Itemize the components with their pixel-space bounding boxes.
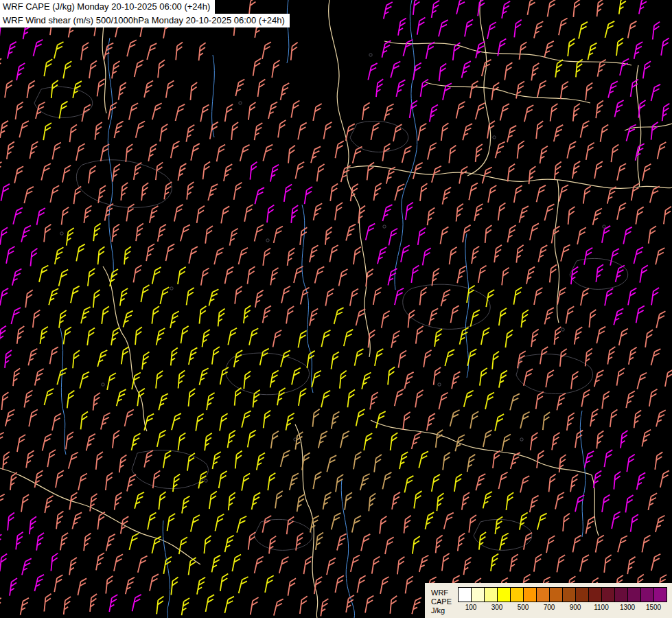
legend-tick-label: 900 xyxy=(570,604,581,611)
wind-barb xyxy=(616,368,625,385)
wind-barb xyxy=(637,472,646,490)
wind-barb xyxy=(518,351,526,368)
wind-barb xyxy=(0,554,8,572)
wind-barb xyxy=(496,141,505,159)
wind-barb xyxy=(227,431,235,448)
wind-barb xyxy=(59,102,67,119)
wind-barb xyxy=(455,204,465,222)
wind-barb xyxy=(426,207,435,225)
wind-barb xyxy=(373,288,382,305)
wind-barb xyxy=(324,227,334,245)
wind-barb xyxy=(36,102,45,119)
wind-barb xyxy=(66,228,75,245)
wind-barb xyxy=(69,124,78,142)
contour-line xyxy=(516,354,592,394)
wind-barb xyxy=(198,306,208,324)
wind-barb xyxy=(135,60,143,78)
wind-barb xyxy=(347,390,356,408)
wind-barb xyxy=(351,555,360,573)
wind-barb xyxy=(426,512,435,529)
wind-barb xyxy=(4,80,13,98)
wind-barb xyxy=(474,144,484,162)
wind-barb xyxy=(554,124,563,142)
wind-barb xyxy=(176,104,185,122)
wind-barb xyxy=(544,41,554,58)
country-border xyxy=(426,82,590,103)
wind-barb xyxy=(298,389,307,406)
wind-barb xyxy=(148,512,156,529)
wind-barb xyxy=(119,288,128,306)
wind-barb xyxy=(247,266,256,284)
wind-barb xyxy=(432,367,441,385)
wind-barb xyxy=(163,182,172,199)
wind-barb xyxy=(133,163,141,180)
wind-barb xyxy=(463,123,472,141)
wind-barb xyxy=(72,512,82,529)
wind-barb xyxy=(0,598,3,616)
wind-barb xyxy=(627,455,636,472)
wind-barb xyxy=(295,161,304,179)
wind-barb xyxy=(581,288,589,306)
wind-barb xyxy=(281,83,290,100)
legend-label-block: WRF CAPE J/kg xyxy=(431,587,452,615)
wind-barb xyxy=(235,79,244,96)
wind-barb xyxy=(485,392,494,409)
wind-barb xyxy=(588,43,596,60)
wind-barb xyxy=(436,493,445,511)
wind-barb xyxy=(440,227,448,244)
wind-barb xyxy=(651,84,661,102)
wind-barb xyxy=(451,306,459,323)
wind-barb xyxy=(277,388,286,405)
wind-barb xyxy=(403,39,413,57)
wind-barb xyxy=(593,471,601,488)
wind-barb xyxy=(510,554,518,571)
legend-color-cell xyxy=(537,588,550,602)
wind-barb xyxy=(154,371,164,389)
wind-barb xyxy=(663,207,672,224)
wind-barb xyxy=(544,203,554,221)
wind-barb xyxy=(551,226,559,243)
wind-barb xyxy=(274,599,283,617)
wind-barb xyxy=(648,493,657,510)
wind-barb xyxy=(323,122,332,139)
wind-barb xyxy=(220,574,229,591)
wind-barb xyxy=(413,491,422,508)
wind-barb xyxy=(188,558,197,575)
wind-barb xyxy=(281,350,290,367)
wind-barb xyxy=(608,81,618,99)
wind-barb xyxy=(552,433,560,450)
wind-barb xyxy=(495,414,504,431)
wind-barb xyxy=(233,183,242,200)
wind-barb xyxy=(220,413,228,431)
wind-barb xyxy=(78,578,86,595)
wind-barb xyxy=(312,370,321,388)
legend-label-model: WRF xyxy=(431,588,452,597)
wind-barb xyxy=(329,183,338,201)
wind-barb xyxy=(170,348,179,366)
wind-barb xyxy=(527,0,535,15)
wind-barb xyxy=(645,330,653,347)
wind-barb xyxy=(0,288,8,306)
wind-barb xyxy=(147,43,157,60)
wind-barb xyxy=(6,513,16,531)
wind-barb xyxy=(257,453,265,470)
legend-color-cell xyxy=(498,588,511,602)
wind-barb xyxy=(483,225,493,243)
wind-barb xyxy=(202,330,211,347)
wind-barb xyxy=(612,512,621,529)
wind-barb xyxy=(513,20,522,38)
wind-barb xyxy=(234,450,244,468)
wind-barb xyxy=(25,290,34,308)
wind-barb xyxy=(656,515,665,533)
wind-barb xyxy=(6,141,15,159)
wind-barb xyxy=(22,558,32,575)
wind-barb xyxy=(637,372,647,390)
wind-barb xyxy=(555,60,564,78)
wind-barb xyxy=(199,368,208,386)
wind-barb xyxy=(111,61,120,78)
wind-barb xyxy=(612,472,622,490)
wind-barb xyxy=(471,247,480,264)
wind-barb xyxy=(270,165,279,182)
wind-barb xyxy=(334,203,343,220)
wind-barb xyxy=(375,79,384,97)
